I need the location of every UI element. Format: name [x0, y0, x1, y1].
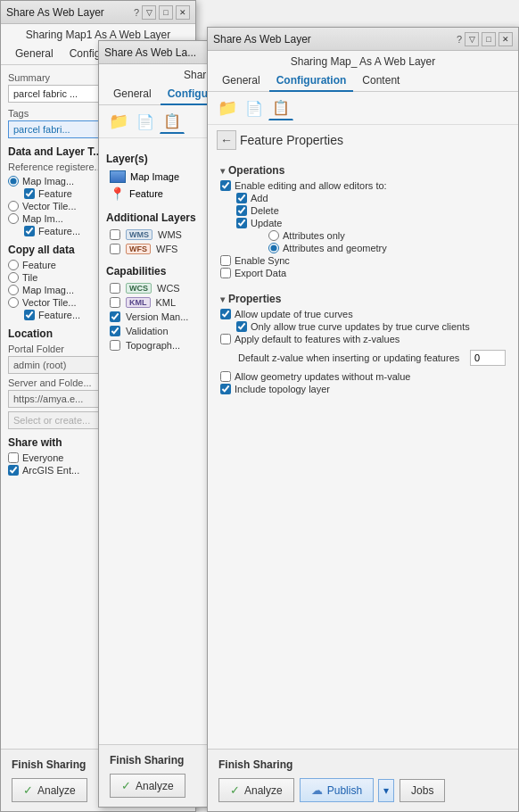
- check-icon-analyze-1: ✓: [23, 783, 33, 797]
- radio-copy-feature[interactable]: [8, 260, 19, 270]
- check-true-curves[interactable]: [220, 309, 231, 319]
- enable-editing-row: Enable editing and allow editors to:: [220, 180, 506, 191]
- page-icon[interactable]: 📄: [133, 109, 158, 134]
- check-enable-sync[interactable]: [220, 255, 231, 266]
- title-bar-3: Share As Web Layer ? ▽ □ ✕: [208, 28, 518, 51]
- check-wfs[interactable]: [110, 244, 120, 254]
- check-wms[interactable]: [110, 229, 120, 240]
- check-arcgis[interactable]: [8, 465, 19, 476]
- check-wcs[interactable]: [110, 283, 120, 294]
- maximize-btn-3[interactable]: □: [482, 32, 496, 46]
- close-btn-3[interactable]: ✕: [498, 32, 513, 46]
- maximize-btn-1[interactable]: □: [159, 5, 173, 20]
- attributes-only-row: Attributes only: [268, 230, 506, 241]
- check-feature-2[interactable]: [24, 226, 35, 236]
- copy-icon-3[interactable]: 📋: [268, 95, 293, 120]
- analyze-btn-2[interactable]: ✓ Analyze: [110, 774, 185, 798]
- check-enable-editing[interactable]: [220, 180, 231, 191]
- back-button[interactable]: ←: [217, 130, 236, 150]
- page-title-bar: ← Feature Properties: [208, 125, 518, 155]
- publish-btn[interactable]: ☁ Publish: [300, 778, 374, 802]
- true-curve-clients-row: Only allow true curve updates by true cu…: [236, 321, 506, 332]
- version-label: Version Man...: [126, 311, 188, 322]
- finish-sharing-label-3: Finish Sharing: [218, 758, 507, 771]
- toolbar-3: 📁 📄 📋: [208, 92, 518, 125]
- help-icon-3[interactable]: ?: [457, 34, 462, 45]
- properties-section: ▾ Properties: [220, 293, 506, 305]
- radio-copy-map-image[interactable]: [8, 285, 19, 295]
- check-add[interactable]: [236, 193, 247, 203]
- add-row: Add: [236, 193, 506, 203]
- operations-collapse-arrow[interactable]: ▾: [220, 166, 225, 176]
- minimize-btn-3[interactable]: ▽: [465, 32, 479, 46]
- help-icon-1[interactable]: ?: [134, 7, 139, 18]
- kml-label: KML: [156, 297, 177, 308]
- radio-attributes-only[interactable]: [268, 230, 279, 241]
- check-version[interactable]: [110, 311, 120, 322]
- radio-attributes-geometry[interactable]: [268, 243, 279, 253]
- publish-dropdown-btn[interactable]: ▾: [378, 779, 394, 802]
- feature-layer-label: Feature: [129, 188, 163, 199]
- export-data-row: Export Data: [220, 268, 506, 278]
- tab-1-general[interactable]: General: [8, 44, 61, 65]
- radio-map-image[interactable]: [8, 176, 19, 186]
- apply-default-row: Apply default to features with z-values: [220, 334, 506, 344]
- check-geometry-updates[interactable]: [220, 371, 231, 382]
- minimize-btn-1[interactable]: ▽: [142, 5, 156, 20]
- analyze-label-1: Analyze: [37, 784, 76, 797]
- update-label: Update: [251, 218, 282, 228]
- copy-icon[interactable]: 📋: [160, 109, 185, 134]
- check-kml[interactable]: [110, 297, 120, 308]
- check-topology[interactable]: [220, 384, 231, 394]
- radio-vector-tile[interactable]: [8, 201, 19, 211]
- title-bar-3-controls: ? ▽ □ ✕: [457, 32, 513, 46]
- jobs-label: Jobs: [411, 784, 433, 797]
- wms-label: WMS: [158, 229, 182, 240]
- check-delete[interactable]: [236, 205, 247, 216]
- attributes-geometry-label: Attributes and geometry: [283, 243, 387, 253]
- jobs-btn[interactable]: Jobs: [400, 779, 445, 802]
- publish-label: Publish: [327, 784, 362, 797]
- z-value-label: Default z-value when inserting or updati…: [238, 352, 461, 363]
- finish-buttons-3: ✓ Analyze ☁ Publish ▾ Jobs: [218, 778, 507, 802]
- tab-3-content[interactable]: Content: [355, 70, 407, 92]
- check-export-data[interactable]: [220, 268, 231, 278]
- check-everyone[interactable]: [8, 452, 19, 463]
- allow-true-curves-row: Allow update of true curves: [220, 309, 506, 319]
- analyze-btn-1[interactable]: ✓ Analyze: [12, 778, 87, 802]
- z-value-input[interactable]: [470, 350, 506, 366]
- folder-icon-3[interactable]: 📁: [215, 95, 240, 120]
- check-true-curve-clients[interactable]: [236, 321, 247, 332]
- close-btn-1[interactable]: ✕: [176, 5, 190, 20]
- finish-bar-3: Finish Sharing ✓ Analyze ☁ Publish ▾ Job…: [208, 749, 518, 811]
- wcs-label: WCS: [157, 283, 180, 294]
- update-row: Update: [236, 218, 506, 228]
- tab-3-configuration[interactable]: Configuration: [269, 70, 354, 92]
- radio-copy-vector-tile[interactable]: [8, 297, 19, 308]
- properties-collapse-arrow[interactable]: ▾: [220, 294, 225, 304]
- publish-dropdown-arrow: ▾: [383, 784, 389, 797]
- page-icon-3[interactable]: 📄: [242, 95, 267, 120]
- folder-icon[interactable]: 📁: [106, 109, 131, 134]
- check-topo[interactable]: [110, 340, 120, 351]
- radio-copy-tile[interactable]: [8, 272, 19, 283]
- check-feature[interactable]: [24, 188, 35, 199]
- check-update[interactable]: [236, 218, 247, 228]
- properties-label: Properties: [228, 293, 281, 305]
- only-true-curve-label: Only allow true curve updates by true cu…: [251, 321, 470, 332]
- check-copy-feature[interactable]: [24, 310, 35, 320]
- delete-label: Delete: [251, 205, 279, 216]
- window-3-subtitle: Sharing Map_ As A Web Layer: [208, 51, 518, 70]
- feature-2-label: Feature...: [38, 226, 80, 236]
- check-validation[interactable]: [110, 326, 120, 336]
- tab-2-general[interactable]: General: [106, 84, 159, 105]
- check-apply-default[interactable]: [220, 334, 231, 344]
- editing-options: Add Delete Update Attributes only Attrib…: [236, 193, 506, 253]
- analyze-btn-3[interactable]: ✓ Analyze: [218, 778, 294, 802]
- allow-geometry-updates-row: Allow geometry updates without m-value: [220, 371, 506, 382]
- allow-geometry-label: Allow geometry updates without m-value: [235, 371, 410, 382]
- analyze-label-3: Analyze: [244, 784, 283, 797]
- allow-true-curves-label: Allow update of true curves: [235, 309, 353, 319]
- tab-3-general[interactable]: General: [215, 70, 268, 92]
- radio-map-image-2[interactable]: [8, 213, 19, 224]
